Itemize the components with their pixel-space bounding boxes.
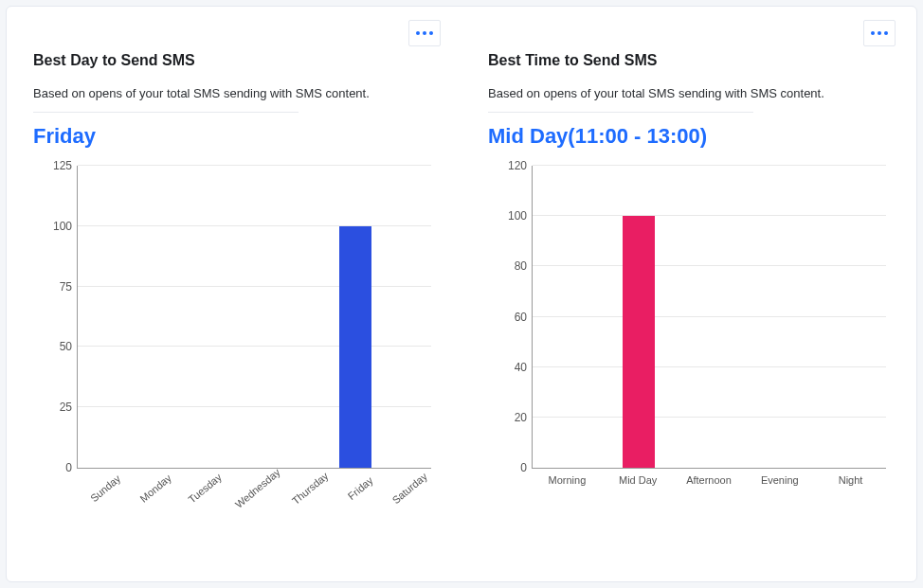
chart-best-time: 020406080100120MorningMid DayAfternoonEv… [488, 166, 886, 486]
x-axis: MorningMid DayAfternoonEveningNight [532, 474, 886, 486]
bar-slot [229, 166, 280, 468]
x-tick-label: Friday [337, 468, 383, 508]
y-tick-label: 40 [489, 361, 527, 374]
card-best-time: Best Time to Send SMS Based on opens of … [462, 16, 916, 568]
y-tick-label: 100 [34, 220, 72, 233]
card-best-day: Best Day to Send SMS Based on opens of y… [7, 16, 462, 568]
y-tick-label: 25 [34, 401, 72, 414]
y-tick-label: 120 [489, 159, 527, 172]
y-tick-label: 100 [489, 209, 527, 223]
bar-slot [280, 166, 330, 468]
x-tick-label: Wednesday [233, 466, 282, 509]
chart-best-day: 0255075100125SundayMondayTuesdayWednesda… [33, 166, 431, 495]
bar-slot [78, 166, 128, 468]
bar-slot [330, 166, 380, 468]
bars [78, 166, 431, 468]
x-tick-label: Sunday [82, 468, 128, 508]
more-button[interactable] [408, 20, 441, 46]
card-subtitle: Based on opens of your total SMS sending… [33, 86, 443, 100]
y-tick-label: 80 [489, 259, 527, 273]
x-tick-label: Mid Day [603, 474, 674, 486]
chart-plot: 0255075100125 [77, 166, 431, 469]
divider [33, 112, 299, 113]
x-tick-label: Monday [133, 468, 178, 508]
dashboard-row: Best Day to Send SMS Based on opens of y… [6, 6, 917, 582]
x-tick-label: Afternoon [674, 474, 745, 486]
x-tick-label: Saturday [387, 468, 432, 508]
y-tick-label: 75 [34, 280, 72, 294]
card-title: Best Time to Send SMS [488, 52, 897, 69]
bar-slot [745, 166, 816, 468]
bar [623, 216, 655, 468]
bars [533, 166, 886, 468]
bar-slot [381, 166, 431, 468]
bar-slot [815, 166, 886, 468]
card-title: Best Day to Send SMS [33, 52, 443, 69]
chart-plot: 020406080100120 [532, 166, 886, 469]
highlight-value: Friday [33, 124, 443, 149]
x-tick-label: Night [815, 474, 886, 486]
x-tick-label: Tuesday [183, 468, 228, 508]
y-tick-label: 50 [34, 340, 72, 353]
x-axis: SundayMondayTuesdayWednesdayThursdayFrid… [77, 474, 431, 495]
y-tick-label: 0 [34, 461, 72, 474]
bar-slot [533, 166, 604, 468]
highlight-value: Mid Day(11:00 - 13:00) [488, 124, 897, 149]
y-tick-label: 60 [489, 311, 527, 324]
y-tick-label: 125 [34, 159, 72, 172]
x-tick-label: Morning [532, 474, 603, 486]
bar-slot [674, 166, 745, 468]
x-tick-label: Evening [744, 474, 815, 486]
y-tick-label: 20 [489, 411, 527, 424]
more-icon [871, 31, 888, 35]
x-tick-label: Thursday [287, 468, 333, 508]
card-subtitle: Based on opens of your total SMS sending… [488, 86, 897, 100]
bar-slot [604, 166, 675, 468]
more-button[interactable] [863, 20, 896, 46]
bar [339, 226, 371, 468]
more-icon [416, 31, 433, 35]
y-tick-label: 0 [489, 461, 527, 474]
bar-slot [128, 166, 178, 468]
divider [488, 112, 753, 113]
bar-slot [179, 166, 229, 468]
